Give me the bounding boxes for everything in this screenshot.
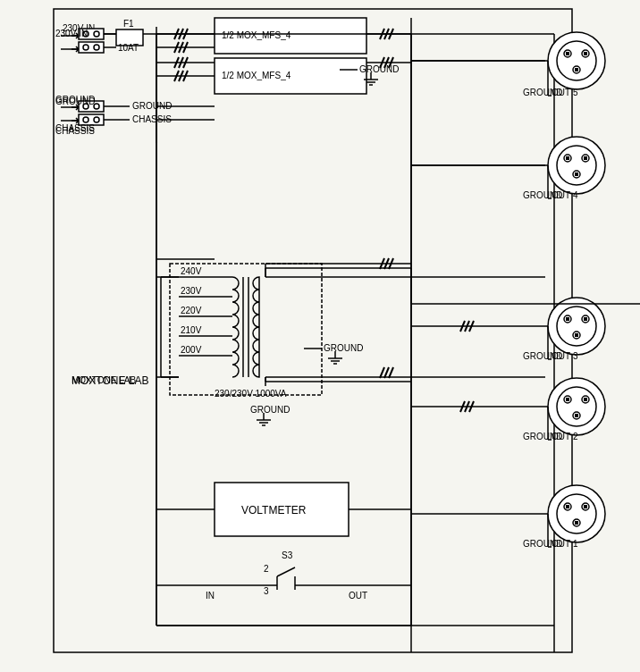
moxtone-lab-label: MOXTONE LAB	[72, 375, 136, 385]
chassis-label: CHASSIS	[55, 123, 95, 133]
voltage-in-label: 230V IN	[55, 29, 88, 38]
ground-label: GROUND	[55, 97, 95, 106]
